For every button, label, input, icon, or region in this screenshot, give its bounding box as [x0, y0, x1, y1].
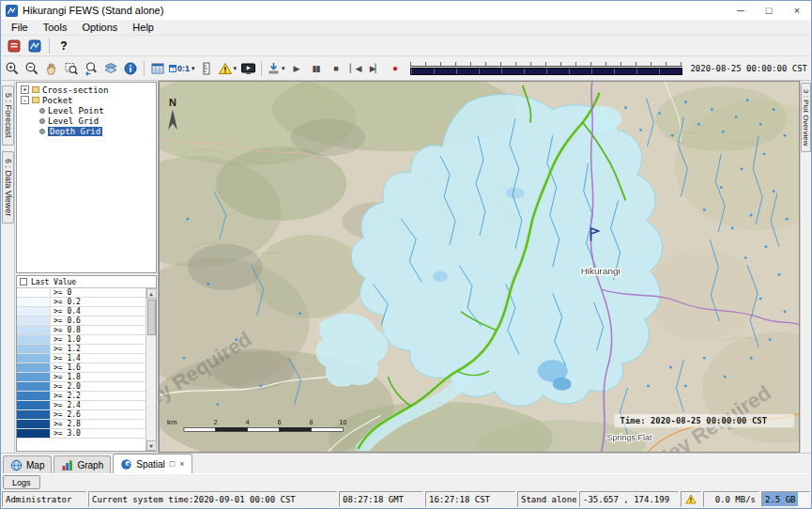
legend-label: >= 1.6 [51, 363, 81, 372]
menu-help[interactable]: Help [125, 21, 161, 34]
legend-swatch [17, 335, 51, 344]
legend-row: >= 0.4 [17, 307, 146, 316]
zoom-previous-button[interactable] [82, 59, 100, 78]
minimize-button[interactable]: ─ [727, 1, 755, 20]
town-label-hikurangi: Hikurangi [581, 266, 620, 276]
tab-data-viewer[interactable]: 6 : Data Viewer [2, 151, 14, 224]
tree-label-selected: Depth Grid [48, 127, 102, 136]
zoom-in-button[interactable] [3, 59, 22, 78]
town-label-springs-flat: Springs Flat [607, 433, 652, 442]
grid-display-button[interactable] [148, 59, 167, 78]
tree-item-level-grid[interactable]: Level Grid [17, 116, 156, 126]
legend-swatch [17, 345, 51, 353]
menu-tools[interactable]: Tools [36, 21, 75, 34]
export-dropdown[interactable]: ▾ [266, 59, 286, 78]
datastore-icon [7, 39, 22, 54]
pan-button[interactable] [42, 59, 61, 78]
warnings-dropdown[interactable]: ▾ [217, 59, 238, 78]
map-panel: API Key Required API Key Required N Hiku… [159, 81, 800, 453]
legend-scrollbar[interactable]: ▲ ▼ [146, 288, 156, 451]
status-cst-time: 16:27:18 CST [425, 491, 515, 507]
legend-label: >= 1.0 [51, 335, 81, 344]
map-time-text: Time: 2020-08-25 00:00:00 CST [620, 416, 768, 425]
tab-forecast[interactable]: 5 : Forecast [2, 85, 14, 146]
help-button[interactable]: ? [54, 37, 73, 55]
legend-swatch [17, 429, 51, 438]
legend-body: >= 0 >= 0.2 >= 0.4 >= 0.6 >= 0.8 >= 1.0 … [17, 288, 156, 451]
tab-graph[interactable]: Graph [54, 455, 111, 473]
legend-row: >= 2.0 [17, 382, 146, 392]
toolbar-separator [144, 61, 145, 76]
expander-icon[interactable]: + [21, 85, 29, 94]
skip-first-icon: ▏◀ [350, 64, 361, 73]
timeline-ticks [410, 62, 683, 67]
scroll-down-icon[interactable]: ▼ [146, 440, 157, 451]
tab-spatial-label: Spatial [136, 459, 165, 470]
zoom-previous-icon [84, 61, 99, 76]
tab-spatial[interactable]: Spatial □ × [113, 454, 192, 473]
tree-item-pocket[interactable]: - Pocket [17, 95, 156, 105]
aggregation-dropdown[interactable]: 0:1 ▾ [168, 59, 196, 78]
zoom-in-icon [5, 61, 20, 76]
last-value-checkbox[interactable] [20, 278, 27, 285]
close-button[interactable]: × [783, 1, 811, 20]
pause-button[interactable]: ▮▮ [307, 59, 326, 78]
status-mode: Stand alone [517, 491, 577, 507]
map-display-button[interactable] [25, 37, 44, 55]
window-controls: ─ □ × [727, 1, 811, 20]
profile-button[interactable] [197, 59, 216, 78]
legend-label: >= 3.0 [51, 429, 81, 438]
menu-options[interactable]: Options [74, 21, 125, 34]
play-button[interactable]: ▶ [287, 59, 306, 78]
folder-icon [32, 97, 39, 103]
status-coordinates: -35.657 , 174.199 [579, 491, 679, 507]
scroll-thumb[interactable] [147, 300, 156, 335]
legend-swatch [17, 298, 51, 306]
filter-tree: + Cross-section - Pocket Level Point Lev… [16, 82, 157, 273]
timeline-slider[interactable] [410, 61, 683, 76]
zoom-extent-button[interactable] [62, 59, 81, 78]
animation-screen-icon [240, 61, 256, 76]
legend-swatch [17, 392, 51, 400]
tab-plot-overview[interactable]: 3 : Plot Overview [801, 83, 811, 152]
datastore-button[interactable] [5, 37, 23, 55]
legend-label: >= 1.4 [51, 354, 81, 362]
status-system-time: Current system time:2020-09-01 00:00 CST [88, 491, 337, 507]
info-button[interactable] [121, 59, 140, 78]
map-canvas[interactable]: API Key Required API Key Required N Hiku… [160, 82, 799, 452]
tab-graph-label: Graph [77, 460, 103, 470]
legend-label: >= 2.6 [51, 410, 81, 419]
tree-item-cross-section[interactable]: + Cross-section [17, 85, 156, 95]
tab-restore-icon[interactable]: □ [170, 459, 175, 469]
tree-item-depth-grid[interactable]: Depth Grid [17, 126, 156, 136]
scroll-up-icon[interactable]: ▲ [146, 288, 157, 299]
folder-icon [32, 86, 39, 93]
status-warning[interactable] [681, 491, 701, 507]
toolbar-datetime: 2020-08-25 00:00:00 CST [688, 64, 809, 73]
aggregation-value: 0:1 [177, 64, 190, 73]
chevron-down-icon: ▾ [192, 65, 195, 72]
expander-icon[interactable]: - [21, 96, 29, 104]
first-step-button[interactable]: ▏◀ [346, 59, 365, 78]
tab-map[interactable]: Map [3, 455, 52, 473]
stop-button[interactable]: ■ [327, 59, 345, 78]
layers-button[interactable] [101, 59, 120, 78]
app-window: Hikurangi FEWS (Stand alone) ─ □ × File … [0, 0, 812, 509]
legend-swatch [17, 363, 51, 372]
maximize-button[interactable]: □ [755, 1, 783, 20]
timeline-bar[interactable] [410, 68, 683, 75]
scale-tick: 8 [310, 419, 314, 425]
tree-item-level-point[interactable]: Level Point [17, 105, 156, 116]
last-step-button[interactable]: ▶▏ [366, 59, 385, 78]
logs-button[interactable]: Logs [3, 475, 40, 489]
tab-close-icon[interactable]: × [179, 459, 184, 469]
spatial-icon [120, 458, 132, 470]
legend-label: >= 0.8 [51, 326, 81, 334]
menu-file[interactable]: File [4, 21, 36, 34]
legend-label: >= 0.4 [51, 307, 81, 316]
animation-display-button[interactable] [238, 59, 257, 78]
zoom-out-button[interactable] [23, 59, 41, 78]
app-logo-glyph [6, 5, 18, 17]
record-button[interactable]: ● [386, 59, 405, 78]
map-display-icon [27, 39, 42, 54]
